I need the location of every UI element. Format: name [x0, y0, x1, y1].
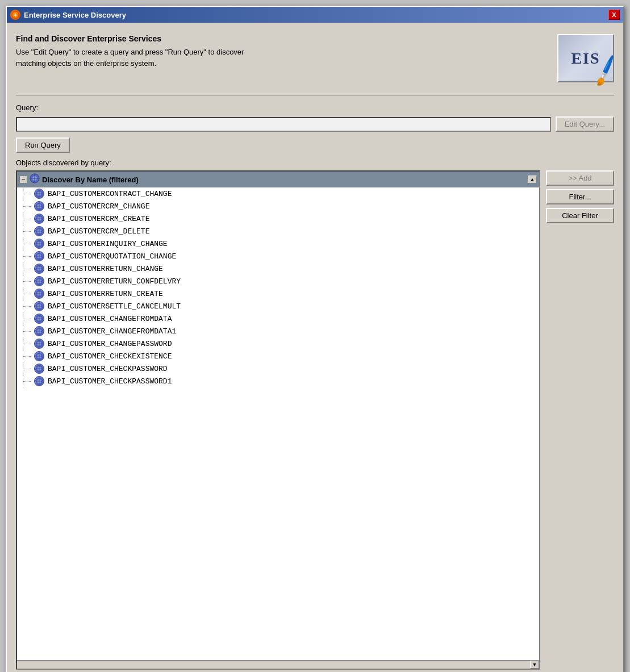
- eis-text: EIS: [571, 49, 600, 68]
- item-label: BAPI_CUSTOMERINQUIRY_CHANGE: [48, 240, 168, 248]
- item-label: BAPI_CUSTOMERRETURN_CREATE: [48, 290, 163, 298]
- scroll-down-button[interactable]: ▼: [530, 661, 539, 669]
- item-label: BAPI_CUSTOMERCRM_CHANGE: [48, 202, 149, 211]
- item-label: BAPI_CUSTOMERCRM_DELETE: [48, 227, 149, 236]
- tree-root-node: − Discover By Name (filtered) ▲: [17, 172, 539, 187]
- item-label: BAPI_CUSTOMERQUOTATION_CHANGE: [48, 252, 176, 261]
- tree-item[interactable]: BAPI_CUSTOMERCRM_CREATE: [17, 212, 539, 225]
- tree-item[interactable]: BAPI_CUSTOMERQUOTATION_CHANGE: [17, 250, 539, 262]
- header-text: Find and Discover Enterprise Services Us…: [16, 34, 557, 69]
- tree-item[interactable]: BAPI_CUSTOMERRETURN_CONFDELVRY: [17, 275, 539, 287]
- item-label: BAPI_CUSTOMERCONTRACT_CHANGE: [48, 190, 172, 198]
- tree-item[interactable]: BAPI_CUSTOMERRETURN_CREATE: [17, 287, 539, 300]
- tree-item[interactable]: BAPI_CUSTOMER_CHECKPASSWORD: [17, 362, 539, 375]
- tree-item[interactable]: BAPI_CUSTOMERCONTRACT_CHANGE: [17, 187, 539, 200]
- title-bar: + Enterprise Service Discovery X: [7, 7, 623, 23]
- query-section: Query: Edit Query... Run Query: [16, 103, 614, 153]
- right-buttons: >> Add Filter... Clear Filter: [546, 170, 614, 670]
- tree-scroll-area[interactable]: BAPI_CUSTOMERCONTRACT_CHANGE BAPI_CUSTOM…: [17, 187, 539, 660]
- window-title: Enterprise Service Discovery: [24, 11, 126, 19]
- tree-item[interactable]: BAPI_CUSTOMERCRM_DELETE: [17, 225, 539, 237]
- tree-item[interactable]: BAPI_CUSTOMER_CHANGEFROMDATA: [17, 312, 539, 325]
- edit-query-button[interactable]: Edit Query...: [556, 116, 614, 132]
- tree-item[interactable]: BAPI_CUSTOMER_CHANGEFROMDATA1: [17, 325, 539, 337]
- tree-item[interactable]: BAPI_CUSTOMERCRM_CHANGE: [17, 200, 539, 212]
- tree-item[interactable]: BAPI_CUSTOMERRETURN_CHANGE: [17, 262, 539, 275]
- svg-text:+: +: [14, 12, 17, 18]
- tree-item[interactable]: BAPI_CUSTOMER_CHECKPASSWORD1: [17, 375, 539, 387]
- add-button[interactable]: >> Add: [546, 170, 614, 186]
- tree-item[interactable]: BAPI_CUSTOMERINQUIRY_CHANGE: [17, 237, 539, 250]
- item-label: BAPI_CUSTOMER_CHECKEXISTENCE: [48, 352, 172, 361]
- objects-main: − Discover By Name (filtered) ▲: [16, 170, 614, 670]
- app-icon: +: [10, 10, 20, 20]
- run-query-button[interactable]: Run Query: [16, 137, 70, 153]
- item-label: BAPI_CUSTOMER_CHECKPASSWORD: [48, 365, 168, 373]
- title-bar-left: + Enterprise Service Discovery: [10, 10, 126, 20]
- clear-filter-button[interactable]: Clear Filter: [546, 208, 614, 223]
- window-content: Find and Discover Enterprise Services Us…: [7, 23, 623, 672]
- divider: [16, 95, 614, 95]
- tree-item[interactable]: BAPI_CUSTOMER_CHANGEPASSWORD: [17, 337, 539, 350]
- tree-container: − Discover By Name (filtered) ▲: [16, 170, 540, 670]
- objects-label: Objects discovered by query:: [16, 158, 614, 167]
- header-section: Find and Discover Enterprise Services Us…: [16, 30, 614, 87]
- description-line2: matching objects on the enterprise syste…: [16, 59, 156, 68]
- item-label: BAPI_CUSTOMER_CHANGEPASSWORD: [48, 340, 172, 348]
- item-label: BAPI_CUSTOMERCRM_CREATE: [48, 215, 149, 223]
- item-label: BAPI_CUSTOMER_CHECKPASSWORD1: [48, 377, 172, 386]
- description-line1: Use "Edit Query" to create a query and p…: [16, 48, 244, 56]
- query-row: Edit Query...: [16, 116, 614, 132]
- query-input[interactable]: [16, 117, 551, 132]
- filter-button[interactable]: Filter...: [546, 189, 614, 204]
- item-label: BAPI_CUSTOMER_CHANGEFROMDATA1: [48, 327, 176, 336]
- main-window: + Enterprise Service Discovery X Find an…: [6, 6, 624, 672]
- collapse-icon[interactable]: −: [19, 176, 27, 183]
- item-label: BAPI_CUSTOMER_CHANGEFROMDATA: [48, 315, 172, 323]
- tree-item[interactable]: BAPI_CUSTOMER_CHECKEXISTENCE: [17, 350, 539, 362]
- tree-items-list: BAPI_CUSTOMERCONTRACT_CHANGE BAPI_CUSTOM…: [17, 187, 539, 387]
- tree-root-label: Discover By Name (filtered): [42, 176, 139, 184]
- item-label: BAPI_CUSTOMERRETURN_CONFDELVRY: [48, 277, 181, 286]
- header-title: Find and Discover Enterprise Services: [16, 34, 557, 43]
- query-label: Query:: [16, 103, 614, 112]
- item-label: BAPI_CUSTOMERSETTLE_CANCELMULT: [48, 302, 181, 311]
- scroll-up-button[interactable]: ▲: [528, 176, 537, 183]
- tree-item[interactable]: BAPI_CUSTOMERSETTLE_CANCELMULT: [17, 300, 539, 312]
- header-description: Use "Edit Query" to create a query and p…: [16, 47, 557, 69]
- objects-section: Objects discovered by query: −: [16, 158, 614, 670]
- item-label: BAPI_CUSTOMERRETURN_CHANGE: [48, 265, 163, 273]
- close-button[interactable]: X: [608, 10, 620, 20]
- eis-logo: EIS 🖌️: [557, 34, 614, 82]
- root-icon: [30, 173, 40, 186]
